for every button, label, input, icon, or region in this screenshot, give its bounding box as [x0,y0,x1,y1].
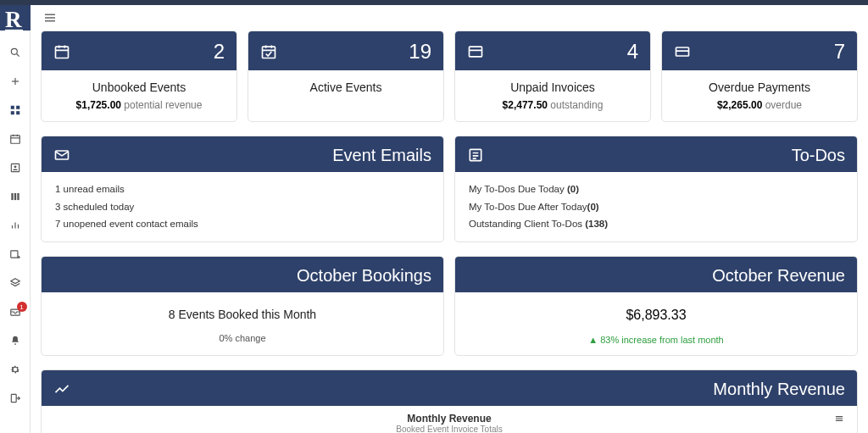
svg-rect-17 [14,193,15,200]
revenue-change: ▲ 83% increase from last month [469,323,843,352]
logo-r-icon: R [0,3,31,33]
calendar-blank-icon [53,43,70,60]
stat-amount: $2,477.50 [503,99,548,111]
svg-rect-22 [10,251,17,258]
stat-card-active[interactable]: 19 Active Events [248,31,444,122]
stat-card-overdue[interactable]: 7 Overdue Payments$2,265.00 overdue [661,31,858,122]
svg-rect-7 [16,106,19,109]
menu-icon [833,413,845,425]
stat-label: Overdue Payments [676,80,843,94]
schedule-add-icon[interactable] [8,247,22,261]
email-line[interactable]: 7 unopened event contact emails [55,215,430,233]
todo-line[interactable]: My To-Dos Due After Today(0) [469,198,843,216]
calendar-icon[interactable] [8,132,22,146]
main-content: 2 Unbooked Events$1,725.00 potential rev… [31,5,868,433]
search-icon[interactable] [8,46,22,59]
revenue-amount: $6,893.33 [469,303,843,323]
email-line[interactable]: 1 unread emails [55,180,430,198]
stat-count: 7 [834,40,845,64]
stat-label: Active Events [262,80,430,94]
stat-count: 19 [409,40,431,64]
browser-icon [467,43,484,60]
menu-icon [42,10,58,25]
list-icon [467,147,484,164]
svg-rect-33 [56,47,69,58]
card-title: To-Dos [792,146,845,165]
svg-rect-6 [10,106,14,109]
todo-line[interactable]: My To-Dos Due Today (0) [469,180,843,198]
stat-label: Unpaid Invoices [469,80,637,94]
inbox-badge: 1 [17,302,27,312]
credit-card-icon [674,43,691,60]
calendar-check-icon [260,43,277,60]
svg-rect-41 [470,47,482,57]
card-title: Monthly Revenue [713,380,845,399]
chart-menu-button[interactable] [833,413,845,428]
card-title: Event Emails [332,146,431,165]
svg-rect-18 [17,193,19,200]
svg-point-27 [14,343,16,345]
logout-icon[interactable] [8,391,22,405]
stat-amount: $1,725.00 [76,99,121,111]
svg-rect-37 [263,47,275,58]
event-emails-card[interactable]: Event Emails 1 unread emails 3 scheduled… [41,136,444,242]
stat-label: Unbooked Events [55,80,223,94]
svg-rect-9 [16,111,19,114]
svg-rect-16 [11,193,13,200]
stat-amount: $2,265.00 [717,99,762,111]
bookings-card[interactable]: October Bookings 8 Events Booked this Mo… [41,256,444,356]
todo-line[interactable]: Outstanding Client To-Dos (138) [469,215,843,233]
gear-icon[interactable] [8,363,22,376]
svg-point-15 [14,165,16,168]
svg-marker-25 [10,279,19,284]
stat-count: 2 [214,40,225,64]
svg-text:R: R [5,7,22,32]
stat-suffix: potential revenue [124,99,202,111]
svg-line-3 [16,54,19,57]
chart-heading: Monthly Revenue [42,406,857,425]
hamburger-button[interactable] [41,5,858,31]
analytics-icon[interactable] [8,219,22,232]
stat-suffix: overdue [765,99,802,111]
add-icon[interactable] [8,75,22,88]
svg-rect-10 [10,136,19,143]
email-line[interactable]: 3 scheduled today [55,198,430,216]
dashboard-icon[interactable] [8,103,22,117]
chart-subheading: Booked Event Invoice Totals [42,425,857,433]
inbox-icon[interactable]: 1 [8,305,22,319]
stat-count: 4 [627,40,638,64]
columns-icon[interactable] [8,190,22,203]
revenue-card[interactable]: October Revenue $6,893.33 ▲ 83% increase… [454,256,858,356]
card-title: October Bookings [297,266,431,286]
svg-rect-8 [10,111,14,114]
svg-rect-28 [11,394,16,402]
bookings-sub: 0% change [55,321,430,350]
mail-icon [53,147,70,164]
stat-card-unpaid[interactable]: 4 Unpaid Invoices$2,477.50 outstanding [454,31,651,122]
trend-icon [53,380,70,397]
stat-suffix: outstanding [550,99,603,111]
contacts-icon[interactable] [8,161,22,175]
svg-point-2 [11,48,17,54]
stat-card-unbooked[interactable]: 2 Unbooked Events$1,725.00 potential rev… [41,31,237,122]
layers-icon[interactable] [8,276,22,290]
bell-icon[interactable] [8,334,22,347]
card-title: October Revenue [712,266,845,286]
app-logo: R [0,5,31,31]
bookings-main: 8 Events Booked this Month [55,303,430,321]
monthly-revenue-card: Monthly Revenue Monthly Revenue Booked E… [41,369,858,433]
sidebar: R 1 [0,5,31,433]
todos-card[interactable]: To-Dos My To-Dos Due Today (0) My To-Dos… [454,136,858,242]
